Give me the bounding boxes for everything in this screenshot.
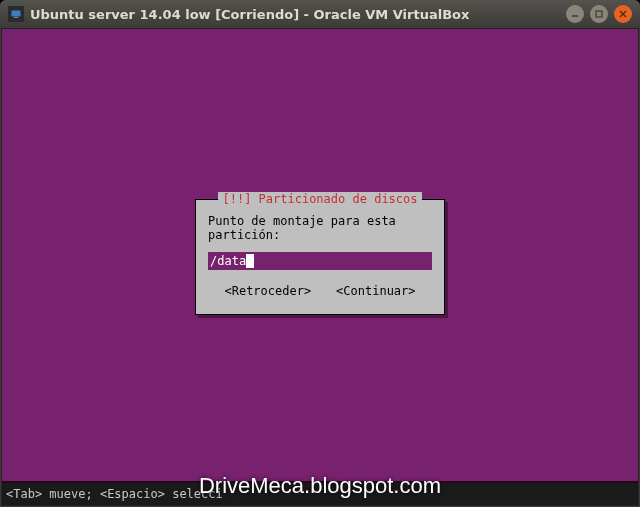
virtualbox-window: Ubuntu server 14.04 low [Corriendo] - Or… [0,0,640,507]
dialog-prompt: Punto de montaje para esta partición: [208,214,432,242]
titlebar[interactable]: Ubuntu server 14.04 low [Corriendo] - Or… [0,0,640,28]
minimize-button[interactable] [566,5,584,23]
svg-rect-3 [596,11,602,17]
back-button[interactable]: <Retroceder> [224,284,311,298]
maximize-button[interactable] [590,5,608,23]
partition-dialog: [!!] Particionado de discos Punto de mon… [195,199,445,315]
mountpoint-value: /data [210,254,246,268]
text-cursor [246,254,254,268]
help-bar: <Tab> mueve; <Espacio> selecci [2,483,638,505]
app-icon [8,6,24,22]
svg-rect-1 [14,17,18,18]
mountpoint-input[interactable]: /data [208,252,432,270]
dialog-title: [!!] Particionado de discos [218,192,421,206]
vm-screen: [!!] Particionado de discos Punto de mon… [1,28,639,506]
help-text: <Tab> mueve; <Espacio> selecci [6,487,223,501]
window-title: Ubuntu server 14.04 low [Corriendo] - Or… [30,7,566,22]
window-controls [566,5,632,23]
close-button[interactable] [614,5,632,23]
continue-button[interactable]: <Continuar> [336,284,415,298]
svg-rect-0 [12,11,21,17]
